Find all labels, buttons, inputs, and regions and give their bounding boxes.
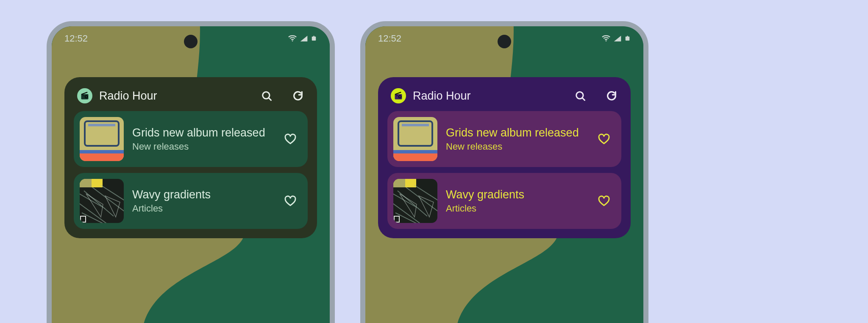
widget-header: Radio Hour — [387, 86, 621, 111]
item-thumbnail — [393, 179, 437, 223]
heart-icon[interactable] — [597, 132, 611, 146]
item-subtitle: Articles — [132, 203, 275, 214]
heart-icon[interactable] — [283, 132, 298, 146]
widget-title: Radio Hour — [99, 89, 253, 103]
signal-icon — [300, 34, 308, 43]
item-thumbnail — [80, 117, 124, 161]
radio-widget[interactable]: Radio Hour Grids new album released New … — [64, 77, 317, 238]
item-subtitle: New releases — [132, 141, 275, 152]
list-item[interactable]: Wavy gradients Articles — [74, 173, 308, 229]
phone-mockup-purple: 12:52 Radio Hour Grids new album rele — [360, 21, 648, 323]
refresh-icon[interactable] — [605, 89, 618, 102]
radio-icon — [391, 88, 406, 103]
list-item[interactable]: Grids new album released New releases — [74, 111, 308, 167]
wifi-icon — [288, 34, 297, 43]
search-icon[interactable] — [574, 89, 587, 102]
status-bar: 12:52 — [52, 26, 330, 51]
wifi-icon — [601, 34, 611, 43]
list-item[interactable]: Wavy gradients Articles — [387, 173, 621, 229]
status-time: 12:52 — [378, 33, 401, 44]
battery-icon — [624, 34, 631, 43]
refresh-icon[interactable] — [292, 89, 304, 102]
radio-widget[interactable]: Radio Hour Grids new album released New … — [378, 77, 631, 238]
item-title: Grids new album released — [132, 126, 275, 140]
item-thumbnail — [80, 179, 124, 223]
battery-icon — [311, 34, 317, 43]
status-bar: 12:52 — [365, 26, 643, 51]
signal-icon — [613, 34, 622, 43]
item-subtitle: Articles — [446, 203, 588, 214]
heart-icon[interactable] — [597, 194, 611, 208]
widget-title: Radio Hour — [413, 89, 567, 103]
item-thumbnail — [393, 117, 437, 161]
radio-icon — [77, 88, 92, 103]
phone-mockup-green: 12:52 Radio Hour Grids new album rele — [47, 21, 335, 323]
item-title: Wavy gradients — [132, 188, 275, 202]
item-title: Grids new album released — [446, 126, 588, 140]
heart-icon[interactable] — [283, 194, 298, 208]
widget-header: Radio Hour — [74, 86, 308, 111]
item-subtitle: New releases — [446, 141, 588, 152]
item-title: Wavy gradients — [446, 188, 588, 202]
search-icon[interactable] — [260, 89, 273, 102]
status-time: 12:52 — [64, 33, 88, 44]
list-item[interactable]: Grids new album released New releases — [387, 111, 621, 167]
